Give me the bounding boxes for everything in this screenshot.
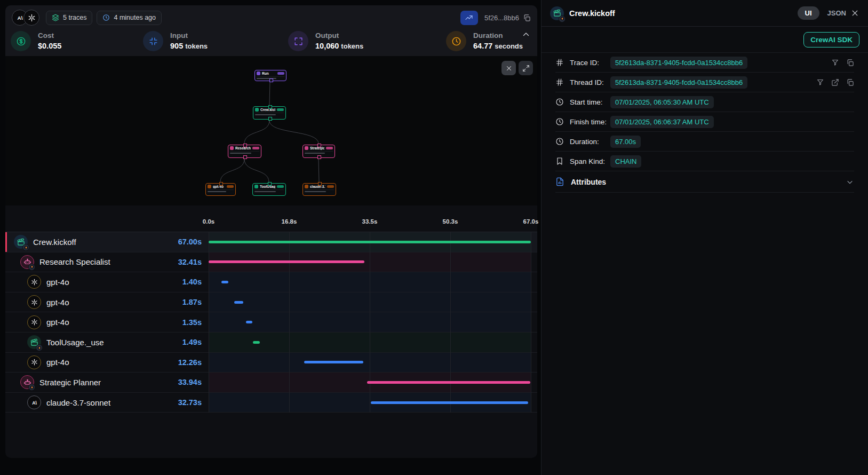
- chip-label: 5 traces: [63, 14, 86, 21]
- node-subtext: [254, 189, 284, 192]
- node-subtext: [305, 151, 333, 154]
- graph-expand-button[interactable]: [519, 61, 533, 75]
- detail-row: Finish time: 07/01/2025, 06:06:37 AM UTC: [555, 112, 854, 132]
- span-bar[interactable]: [221, 281, 228, 283]
- span-name: Strategic Planner: [39, 378, 101, 387]
- timeline-row[interactable]: gpt-4o 1.35s: [5, 312, 537, 332]
- timeline-row[interactable]: ToolUsage._use 1.49s: [5, 332, 537, 353]
- detail-row-label: Start time:: [570, 98, 610, 106]
- timeline-row[interactable]: Crew.kickoff 67.00s: [5, 232, 537, 252]
- trace-short-id: 5f26...8bb6: [484, 14, 519, 22]
- clock-icon: [446, 31, 466, 51]
- axis-tick-label: 50.3s: [443, 218, 458, 225]
- detail-row-value: 67.00s: [610, 136, 641, 148]
- stat-label: Cost: [38, 31, 61, 39]
- span-name-cell: ToolUsage._use 1.49s: [5, 335, 209, 349]
- graph-node[interactable]: Research Speciali...: [228, 145, 261, 158]
- graph-node[interactable]: gpt-4o: [205, 183, 236, 196]
- timeline-row[interactable]: gpt-4o 1.87s: [5, 292, 537, 313]
- clock-icon: [555, 98, 565, 106]
- span-bar[interactable]: [304, 361, 363, 363]
- span-track: [209, 292, 531, 312]
- graph-node-header: Crew.kickoff: [255, 108, 284, 112]
- openai-logo[interactable]: [23, 10, 39, 26]
- crewai-badge-icon: [559, 15, 566, 22]
- metrics-button[interactable]: [460, 11, 478, 25]
- span-duration: 33.94s: [178, 378, 202, 386]
- tab-ui[interactable]: UI: [798, 6, 819, 20]
- timeline-row[interactable]: A\ claude-3.7-sonnet 32.73s: [5, 393, 537, 413]
- graph-node-header: ToolUsage._use: [254, 185, 284, 188]
- copy-icon[interactable]: [846, 78, 854, 86]
- graph-node[interactable]: Run: [254, 70, 286, 81]
- crew-kickoff-icon: [550, 6, 564, 20]
- graph-node[interactable]: Crew.kickoff: [253, 106, 286, 120]
- span-bar[interactable]: [209, 241, 531, 243]
- filter-icon[interactable]: [831, 59, 839, 67]
- span-name: gpt-4o: [46, 358, 69, 367]
- graph-node-header: claude-3.7-sonnet: [305, 185, 334, 188]
- tab-json[interactable]: JSON: [827, 9, 846, 17]
- span-bar[interactable]: [253, 341, 260, 344]
- graph-node[interactable]: claude-3.7-sonnet: [302, 183, 336, 196]
- node-badge: [252, 147, 259, 149]
- trace-graph: Run Crew.kickoff Research Speciali... St…: [5, 56, 537, 205]
- span-bar[interactable]: [209, 260, 364, 263]
- stat-label: Duration: [473, 31, 523, 39]
- copy-icon[interactable]: [523, 14, 531, 22]
- crewai-badge-icon: [22, 244, 29, 251]
- timeline-row[interactable]: Strategic Planner 33.94s: [5, 373, 537, 393]
- node-badge: [277, 72, 284, 75]
- openai-logo: [27, 355, 41, 369]
- detail-row: Start time: 07/01/2025, 06:05:30 AM UTC: [555, 92, 854, 112]
- openai-logo: [27, 275, 41, 289]
- node-badge: [277, 108, 284, 111]
- filter-icon[interactable]: [816, 78, 824, 86]
- span-duration: 1.35s: [182, 318, 202, 327]
- external-icon[interactable]: [831, 78, 839, 86]
- trace-chip[interactable]: 4 minutes ago: [97, 11, 162, 25]
- layers-icon: [52, 14, 59, 21]
- node-subtext: [230, 151, 259, 154]
- span-track: [209, 252, 531, 272]
- timeline-row[interactable]: Research Specialist 32.41s: [5, 252, 537, 273]
- span-track: [209, 232, 531, 252]
- openai-logo: [27, 315, 41, 329]
- bookmark-icon: [555, 157, 565, 165]
- node-type-icon: [305, 185, 308, 188]
- graph-node[interactable]: Strategic Planner: [302, 145, 335, 158]
- crewai-badge-icon: [28, 384, 35, 391]
- clock-icon: [555, 117, 565, 126]
- span-bar[interactable]: [234, 301, 243, 304]
- close-icon[interactable]: [850, 9, 859, 18]
- timeline-row[interactable]: gpt-4o 12.26s: [5, 353, 537, 373]
- node-type-icon: [255, 108, 259, 112]
- span-bar[interactable]: [371, 401, 528, 404]
- stat: Cost $0.055: [11, 31, 61, 51]
- file-chart-icon: [555, 177, 564, 186]
- axis-tick-label: 33.5s: [362, 218, 378, 225]
- copy-icon[interactable]: [846, 59, 854, 67]
- node-subtext: [208, 189, 234, 192]
- chevron-up-icon[interactable]: [521, 30, 531, 39]
- detail-row-label: Duration:: [570, 138, 610, 146]
- span-name-cell: Research Specialist 32.41s: [5, 255, 209, 269]
- span-bar[interactable]: [246, 321, 252, 323]
- graph-node-header: Research Speciali...: [230, 146, 259, 150]
- span-name-cell: A\ claude-3.7-sonnet 32.73s: [5, 395, 209, 409]
- provider-avatars: A\: [12, 10, 39, 26]
- graph-close-button[interactable]: [501, 61, 516, 75]
- node-badge: [277, 185, 284, 188]
- attributes-section[interactable]: Attributes: [555, 171, 854, 193]
- span-track-tint: [209, 292, 531, 312]
- timeline-row[interactable]: gpt-4o 1.40s: [5, 272, 537, 292]
- node-badge: [326, 147, 333, 149]
- anthropic-logo: A\: [27, 395, 41, 409]
- graph-node[interactable]: ToolUsage._use: [252, 183, 286, 196]
- detail-row-label: Finish time:: [570, 118, 610, 126]
- trace-chip[interactable]: 5 traces: [46, 11, 92, 25]
- graph-node-header: gpt-4o: [208, 185, 234, 188]
- detail-row-actions: [816, 78, 854, 86]
- span-bar[interactable]: [367, 381, 530, 384]
- stat-value: 905: [170, 42, 183, 50]
